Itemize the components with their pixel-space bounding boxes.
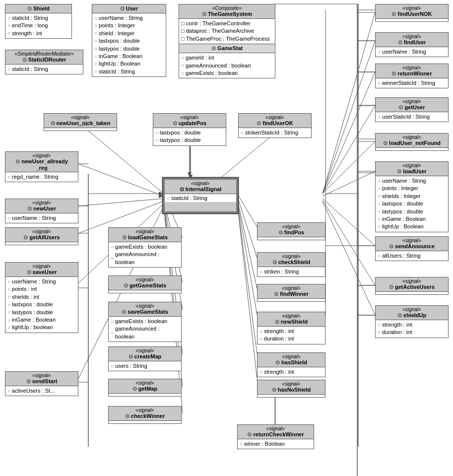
svg-line-3 <box>78 164 164 196</box>
getmap-box: «signal» getMap <box>108 379 182 397</box>
attr: ○strength : int <box>7 30 69 37</box>
svg-line-17 <box>237 200 258 320</box>
svg-line-19 <box>237 203 258 387</box>
shield-box: Shield ○staticId : String ○endTime : lon… <box>5 4 72 39</box>
checkwinner-box: «signal» checkWinner <box>108 406 182 424</box>
svg-line-28 <box>323 202 375 315</box>
shield-title: Shield <box>27 5 50 11</box>
user-box: User ○userName : String ○points : Intege… <box>92 4 166 77</box>
getallusers-box: «signal» getAllUsers <box>5 227 78 245</box>
svg-line-25 <box>323 171 375 196</box>
findpos-box: «signal» findPos <box>257 222 325 240</box>
returnwinner-box: «signal» returnWinner ○winnerStaticId : … <box>375 64 449 88</box>
thegamesystem-body: □contr : TheGameController □dataproc : T… <box>179 19 275 44</box>
svg-line-4 <box>78 199 164 206</box>
finduserok2-box: «signal» findUserOK ○strikenStaticId : S… <box>238 113 312 138</box>
attr: ○endTime : long <box>7 22 69 29</box>
loadusernotfound-box: «signal» loadUser_notFound <box>375 133 449 151</box>
internalsignal-box: «signal» ⊙ InternalSignal ○staticId : St… <box>164 179 237 212</box>
returncheckwinner-box: «signal» returnCheckWinner ○winner : Boo… <box>237 424 314 449</box>
svg-line-20 <box>323 12 375 194</box>
svg-line-15 <box>237 196 258 261</box>
svg-line-26 <box>323 199 375 246</box>
getgamestats-box: «signal» getGameStats <box>108 275 182 293</box>
svg-line-24 <box>323 141 375 194</box>
getuser-box: «signal» getUser ○userStaticId : String <box>375 97 449 122</box>
internalsignal-header: «signal» ⊙ InternalSignal <box>165 180 236 194</box>
svg-line-27 <box>323 200 375 285</box>
savegamestats-box: «signal» saveGameStats ○gameExists : boo… <box>108 302 182 342</box>
staticidrouter-body: ○staticId : String <box>5 65 83 74</box>
sendannounce-box: «signal» sendAnnounce ○allUsers : String <box>375 236 449 261</box>
saveuser-box: «signal» saveUser ○userName : String ○po… <box>5 262 78 333</box>
svg-line-2 <box>80 124 164 194</box>
findusernok-box: «signal» findUserNOK <box>375 4 449 22</box>
shieldup-box: «signal» shieldUp ○strength : int ○durat… <box>375 305 449 338</box>
thegamesystem-box: «Composite» TheGameSystem □contr : TheGa… <box>179 4 275 78</box>
checkshield-box: «signal» checkShield ○striken : String <box>257 252 325 277</box>
internalsignal-body: ○staticId : String <box>165 194 236 202</box>
newusernick-box: «signal» newUser_nick_taken <box>44 113 117 131</box>
shield-body: ○staticId : String ○endTime : long ○stre… <box>5 13 71 38</box>
newuserallreadyreg-box: «signal» newUser_allready_reg ○regd_name… <box>5 151 78 182</box>
svg-marker-60 <box>188 172 192 177</box>
findwinner-box: «signal» findWinner <box>257 284 325 302</box>
diagram-container: Shield ○staticId : String ○endTime : lon… <box>0 0 453 476</box>
finduser-box: «signal» findUser ○userName : String <box>375 32 449 57</box>
shield-header: Shield <box>5 4 71 13</box>
loaduser-box: «signal» loadUser ○userName : String ○po… <box>375 161 449 232</box>
attr: ○staticId : String <box>7 14 69 22</box>
staticidrouter-header: «SimpleIdRouterMediator» StaticIDRouter <box>5 50 83 65</box>
svg-line-29 <box>218 132 277 180</box>
user-header: User <box>92 4 166 13</box>
getactiveusers-box: «signal» getActiveUsers <box>375 277 449 295</box>
staticidrouter-box: «SimpleIdRouterMediator» StaticIDRouter … <box>5 50 83 74</box>
svg-line-23 <box>323 106 375 194</box>
internalsignal-outer: «signal» ⊙ InternalSignal ○staticId : St… <box>162 177 239 214</box>
newuser-box: «signal» newUser ○userName : String <box>5 199 78 223</box>
hasnoshield-box: «signal» hasNoShield <box>257 380 325 398</box>
createmap-box: «signal» createMap ○users : String <box>108 346 182 371</box>
svg-line-16 <box>237 199 258 293</box>
user-body: ○userName : String ○points : Integer ○sh… <box>92 13 166 76</box>
sendstart-box: «signal» sendStart ○activeUsers : St... <box>5 371 78 396</box>
loadgamestats-box: «signal» loadGameStats ○gameExists : boo… <box>108 227 182 268</box>
svg-line-22 <box>323 72 375 194</box>
svg-line-21 <box>323 41 375 194</box>
svg-line-18 <box>237 202 258 361</box>
svg-line-14 <box>237 194 258 228</box>
hasshield-box: «signal» hasShield ○strength : int <box>257 352 325 377</box>
user-title: User <box>120 5 138 11</box>
newshield-box: «signal» newShield ○strength : int ○dura… <box>257 312 325 344</box>
thegamesystem-header: «Composite» TheGameSystem <box>179 4 275 19</box>
updatepos-box: «signal» updatePos ○lastxpos : double ○l… <box>153 113 226 146</box>
gamestat-section: GameStat ○gameId : int ○gameAnnounced : … <box>179 44 275 78</box>
